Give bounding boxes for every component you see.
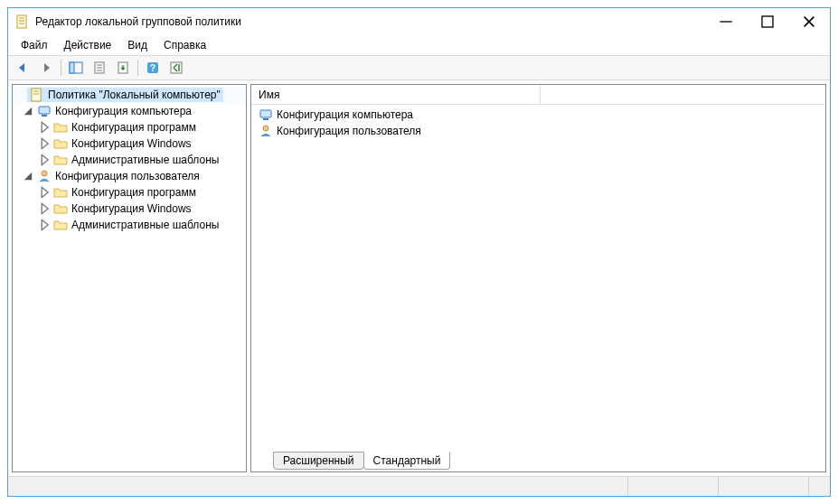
show-hide-tree-button[interactable] (65, 58, 87, 78)
chevron-right-icon[interactable] (38, 218, 51, 232)
tab-standard[interactable]: Стандартный (363, 452, 451, 470)
tree-label: Конфигурация компьютера (55, 105, 192, 117)
menu-file[interactable]: Файл (14, 37, 55, 53)
list-header: Имя (251, 85, 825, 105)
list-item-label: Конфигурация пользователя (277, 125, 421, 137)
menu-view[interactable]: Вид (120, 37, 155, 53)
chevron-down-icon[interactable] (22, 169, 34, 183)
tree-user-config[interactable]: Конфигурация пользователя (13, 168, 246, 184)
window-controls (705, 8, 830, 35)
svg-rect-25 (263, 118, 268, 120)
folder-icon (53, 153, 68, 167)
tree-root[interactable]: Политика "Локальный компьютер" (13, 87, 246, 103)
tree-admin-templates[interactable]: Административные шаблоны (13, 152, 246, 168)
tree-windows-settings[interactable]: Конфигурация Windows (13, 135, 246, 152)
computer-icon (37, 104, 52, 118)
menu-help[interactable]: Справка (156, 37, 213, 53)
list-item-label: Конфигурация компьютера (277, 108, 413, 121)
svg-rect-17 (171, 62, 182, 73)
properties-button[interactable] (89, 58, 110, 78)
chevron-right-icon[interactable] (38, 136, 51, 151)
svg-rect-5 (762, 16, 773, 27)
back-button[interactable] (12, 58, 33, 78)
titlebar: Редактор локальной групповой политики (8, 8, 830, 35)
svg-rect-18 (32, 89, 41, 101)
chevron-right-icon[interactable] (38, 120, 51, 135)
policy-icon (30, 88, 44, 102)
tree-label: Конфигурация Windows (71, 137, 192, 150)
svg-rect-21 (39, 107, 50, 114)
tree-software-settings-user[interactable]: Конфигурация программ (13, 184, 246, 201)
chevron-right-icon[interactable] (38, 185, 51, 200)
list-view: Имя Конфигурация компьютера Конфигурация… (251, 85, 825, 452)
svg-point-26 (263, 126, 268, 131)
folder-icon (53, 201, 68, 216)
svg-point-23 (42, 171, 47, 176)
minimize-button[interactable] (705, 8, 747, 35)
tree-computer-config[interactable]: Конфигурация компьютера (13, 103, 246, 119)
chevron-right-icon[interactable] (38, 153, 51, 167)
folder-icon (53, 185, 68, 200)
content-area: Политика "Локальный компьютер" Конфигура… (8, 80, 830, 476)
tree-label: Административные шаблоны (71, 154, 219, 166)
menu-action[interactable]: Действие (57, 37, 119, 53)
help-button[interactable]: ? (142, 58, 164, 78)
right-pane: Имя Конфигурация компьютера Конфигурация… (250, 84, 826, 472)
svg-rect-0 (17, 15, 26, 28)
status-cell-main (8, 477, 627, 496)
folder-icon (53, 136, 68, 151)
tree-windows-settings-user[interactable]: Конфигурация Windows (13, 201, 246, 217)
column-header-name[interactable]: Имя (251, 85, 541, 104)
filter-button[interactable] (165, 58, 187, 78)
chevron-right-icon[interactable] (38, 201, 51, 216)
user-icon (37, 169, 52, 183)
close-button[interactable] (788, 8, 830, 35)
chevron-down-icon[interactable] (22, 104, 34, 118)
tree-software-settings[interactable]: Конфигурация программ (13, 119, 246, 135)
list-body: Конфигурация компьютера Конфигурация пол… (251, 105, 825, 452)
toolbar-separator (61, 60, 61, 76)
user-icon (259, 124, 273, 138)
toolbar-separator (137, 60, 138, 76)
export-button[interactable] (112, 58, 134, 78)
tree-label: Конфигурация программ (71, 186, 196, 199)
folder-icon (53, 120, 68, 135)
svg-rect-22 (42, 115, 47, 117)
menubar: Файл Действие Вид Справка (8, 35, 830, 55)
tree-root-label: Политика "Локальный компьютер" (48, 89, 221, 101)
status-cell (808, 477, 830, 496)
tree-label: Административные шаблоны (71, 219, 219, 231)
tree-admin-templates-user[interactable]: Административные шаблоны (13, 217, 246, 233)
svg-text:?: ? (150, 63, 155, 73)
computer-icon (259, 107, 273, 122)
tab-holder: Расширенный Стандартный (251, 452, 825, 471)
svg-rect-9 (70, 62, 74, 73)
tree-label: Конфигурация программ (71, 121, 196, 134)
forward-button[interactable] (35, 58, 57, 78)
status-cell (627, 477, 718, 496)
app-window: Редактор локальной групповой политики Фа… (7, 7, 831, 497)
window-title: Редактор локальной групповой политики (35, 15, 705, 28)
tree-label: Конфигурация Windows (71, 202, 192, 215)
tree-pane[interactable]: Политика "Локальный компьютер" Конфигура… (12, 84, 247, 472)
toolbar: ? (8, 55, 830, 80)
tab-extended[interactable]: Расширенный (273, 452, 364, 470)
maximize-button[interactable] (747, 8, 788, 35)
status-cell (718, 477, 808, 496)
list-item-user-config[interactable]: Конфигурация пользователя (255, 123, 822, 139)
folder-icon (53, 218, 68, 232)
app-icon (15, 14, 30, 29)
svg-rect-24 (260, 110, 271, 117)
statusbar (8, 476, 830, 496)
list-item-computer-config[interactable]: Конфигурация компьютера (255, 107, 822, 123)
tree-label: Конфигурация пользователя (55, 170, 200, 182)
